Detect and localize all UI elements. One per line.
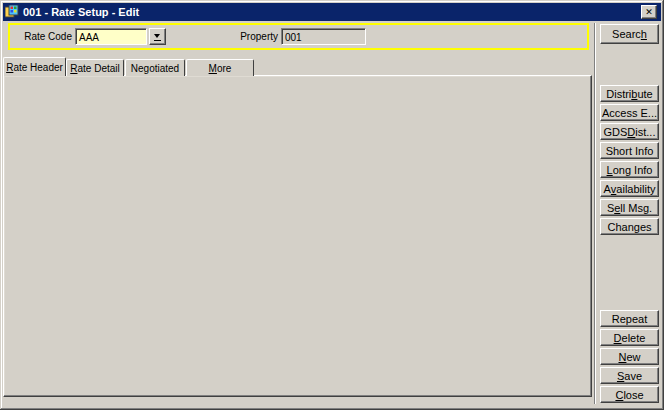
titlebar: 001 - Rate Setup - Edit ✕	[3, 3, 661, 21]
delete-button[interactable]: Delete	[600, 329, 659, 346]
rate-header-tab-panel	[3, 75, 592, 397]
availability-button[interactable]: Availability	[600, 180, 659, 197]
header-rate-code-field[interactable]: AAA	[75, 28, 147, 45]
long-info-button[interactable]: Long Info	[600, 161, 659, 178]
tab-more[interactable]: More	[186, 59, 254, 76]
close-button[interactable]: ✕	[641, 5, 657, 19]
app-icon	[5, 5, 19, 19]
sell-msg-button[interactable]: Sell Msg.	[600, 199, 659, 216]
short-info-button[interactable]: Short Info	[600, 142, 659, 159]
close-icon: ✕	[645, 8, 653, 17]
header-rate-code-label: Rate Code	[10, 30, 72, 44]
list-of-values-icon	[154, 33, 161, 41]
tab-negotiated[interactable]: Negotiated	[125, 59, 185, 76]
distribute-button[interactable]: Distribute	[600, 85, 659, 102]
property-field: 001	[281, 28, 366, 45]
repeat-button[interactable]: Repeat	[600, 310, 659, 327]
tab-rate-detail[interactable]: Rate Detail	[66, 59, 124, 76]
access-exclusion-button[interactable]: Access E...	[600, 104, 659, 121]
rate-setup-window: 001 - Rate Setup - Edit ✕ Rate Code AAA …	[0, 0, 664, 410]
gds-distribution-button[interactable]: GDS Dist...	[600, 123, 659, 140]
new-button[interactable]: New	[600, 348, 659, 365]
property-label: Property	[220, 30, 278, 44]
separator	[594, 23, 596, 404]
window-title: 001 - Rate Setup - Edit	[23, 6, 139, 18]
changes-button[interactable]: Changes	[600, 218, 659, 235]
close-window-button[interactable]: Close	[600, 386, 659, 403]
save-button[interactable]: Save	[600, 367, 659, 384]
header-rate-code-lov-button[interactable]	[149, 28, 166, 45]
tab-rate-header[interactable]: Rate Header	[3, 57, 66, 76]
search-button[interactable]: Search	[600, 24, 659, 44]
